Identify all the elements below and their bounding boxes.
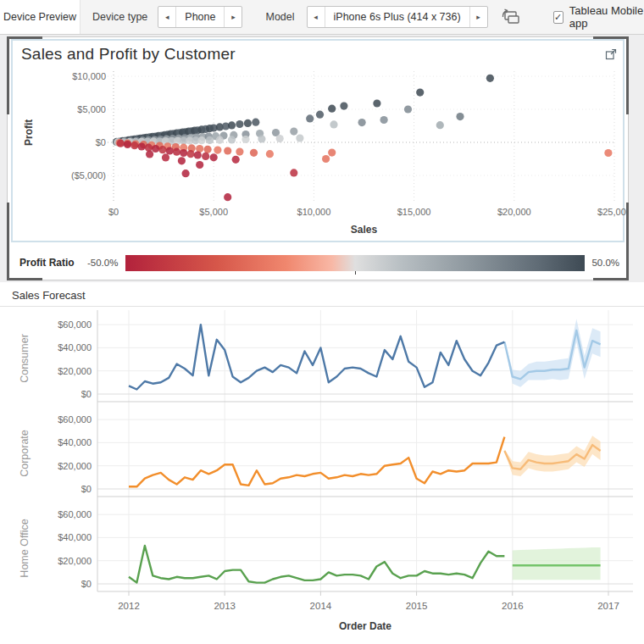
scatter-point[interactable] bbox=[236, 120, 243, 128]
rotate-device-icon[interactable] bbox=[499, 7, 521, 27]
scatter-point[interactable] bbox=[242, 136, 249, 143]
consumer-actual-line[interactable] bbox=[129, 325, 504, 389]
scatter-point[interactable] bbox=[296, 134, 303, 142]
scatter-point[interactable] bbox=[486, 75, 494, 82]
scatter-viz-zone: Sales and Profit by Customer $10,000$5,0… bbox=[11, 39, 625, 242]
scatter-point[interactable] bbox=[436, 121, 444, 129]
legend-max-value: 50.0% bbox=[591, 258, 619, 268]
device-type-prev-button[interactable]: ◂ bbox=[158, 7, 175, 27]
scatter-point[interactable] bbox=[236, 148, 243, 156]
scatter-point[interactable] bbox=[117, 140, 125, 147]
scatter-point[interactable] bbox=[416, 89, 424, 97]
y-axis-tick-label: $0 bbox=[81, 389, 92, 399]
y-axis-tick-label: $60,000 bbox=[58, 414, 92, 425]
device-type-next-button[interactable]: ▸ bbox=[225, 7, 242, 27]
forecast-title: Sales Forecast bbox=[0, 282, 644, 307]
open-external-icon[interactable] bbox=[605, 48, 617, 60]
y-axis-tick-label: $5,000 bbox=[77, 104, 106, 114]
scatter-point[interactable] bbox=[330, 120, 337, 128]
scatter-point[interactable] bbox=[228, 121, 236, 129]
scatter-point[interactable] bbox=[138, 142, 146, 150]
scatter-point[interactable] bbox=[250, 149, 258, 157]
scatter-point[interactable] bbox=[224, 193, 231, 201]
device-type-value[interactable]: Phone bbox=[175, 7, 225, 27]
model-value[interactable]: iPhone 6s Plus (414 x 736) bbox=[325, 7, 470, 27]
year-tick-label: 2012 bbox=[118, 601, 140, 611]
viz-title: Sales and Profit by Customer bbox=[13, 41, 623, 66]
scatter-point[interactable] bbox=[380, 116, 388, 124]
scatter-point[interactable] bbox=[306, 114, 314, 122]
mobile-app-checkbox[interactable]: ✓ bbox=[553, 11, 564, 24]
model-label: Model bbox=[265, 11, 294, 23]
scatter-point[interactable] bbox=[252, 119, 259, 126]
mobile-app-option: ✓ Tableau Mobile app bbox=[553, 4, 644, 30]
scatter-point[interactable] bbox=[186, 150, 194, 158]
gradient-center-tick bbox=[355, 271, 356, 275]
scatter-point[interactable] bbox=[290, 128, 297, 136]
x-axis-title: Sales bbox=[351, 224, 378, 236]
scatter-point[interactable] bbox=[224, 147, 231, 154]
scatter-point[interactable] bbox=[206, 136, 214, 144]
scatter-point[interactable] bbox=[328, 105, 336, 113]
scatter-point[interactable] bbox=[232, 156, 240, 164]
device-type-label: Device type bbox=[92, 11, 147, 23]
scatter-point[interactable] bbox=[162, 153, 169, 161]
scatter-point[interactable] bbox=[202, 153, 209, 160]
legend-title: Profit Ratio bbox=[19, 257, 87, 269]
scatter-point[interactable] bbox=[158, 146, 166, 153]
scatter-point[interactable] bbox=[604, 149, 612, 157]
model-prev-button[interactable]: ◂ bbox=[308, 7, 325, 27]
scatter-point[interactable] bbox=[373, 99, 380, 107]
color-gradient-bar[interactable] bbox=[125, 255, 585, 271]
scatter-point[interactable] bbox=[194, 151, 202, 158]
device-frame: Sales and Profit by Customer $10,000$5,0… bbox=[7, 36, 629, 280]
scatter-point[interactable] bbox=[328, 149, 336, 157]
scatter-point[interactable] bbox=[124, 141, 131, 148]
y-axis-tick-label: $20,000 bbox=[58, 556, 92, 566]
scatter-point[interactable] bbox=[340, 103, 347, 110]
year-tick-label: 2013 bbox=[214, 601, 236, 611]
scatter-point[interactable] bbox=[290, 169, 297, 176]
scatter-point[interactable] bbox=[204, 146, 212, 153]
tab-device-preview[interactable]: Device Preview bbox=[0, 0, 80, 34]
scatter-point[interactable] bbox=[244, 119, 252, 127]
scatter-point[interactable] bbox=[404, 105, 412, 113]
scatter-point[interactable] bbox=[145, 144, 153, 152]
y-axis-tick-label: $20,000 bbox=[58, 366, 92, 376]
row-label: Home Office bbox=[19, 519, 31, 577]
scatter-point[interactable] bbox=[197, 136, 205, 144]
device-preview-region: Sales and Profit by Customer $10,000$5,0… bbox=[0, 35, 644, 282]
x-axis-tick-label: $25,000 bbox=[597, 207, 626, 217]
scatter-point[interactable] bbox=[173, 148, 180, 156]
corporate-actual-line[interactable] bbox=[129, 437, 504, 487]
scatter-point[interactable] bbox=[358, 119, 366, 126]
y-axis-tick-label: $40,000 bbox=[58, 437, 92, 447]
scatter-point[interactable] bbox=[316, 111, 324, 119]
y-axis-tick-label: $40,000 bbox=[58, 532, 92, 542]
year-tick-label: 2014 bbox=[310, 601, 332, 611]
scatter-point[interactable] bbox=[228, 136, 236, 143]
scatter-point[interactable] bbox=[178, 157, 186, 164]
scatter-point[interactable] bbox=[182, 169, 190, 177]
scatter-point[interactable] bbox=[258, 135, 265, 142]
scatter-point[interactable] bbox=[152, 145, 159, 153]
scatter-point[interactable] bbox=[210, 153, 218, 161]
home-office-actual-line[interactable] bbox=[129, 546, 504, 583]
scatter-point[interactable] bbox=[196, 161, 203, 169]
scatter-point[interactable] bbox=[456, 113, 464, 120]
scatter-point[interactable] bbox=[146, 150, 153, 158]
model-next-button[interactable]: ▸ bbox=[470, 7, 487, 27]
scatter-point[interactable] bbox=[266, 150, 274, 158]
year-tick-label: 2017 bbox=[597, 601, 619, 611]
y-axis-tick-label: $10,000 bbox=[72, 71, 106, 81]
scatter-point[interactable] bbox=[130, 142, 138, 149]
y-axis-tick-label: $0 bbox=[81, 484, 92, 494]
x-axis-tick-label: $10,000 bbox=[297, 207, 331, 217]
scatter-point[interactable] bbox=[166, 147, 174, 154]
forecast-charts: $0$20,000$40,000$60,000Consumer$0$20,000… bbox=[0, 307, 644, 642]
scatter-point[interactable] bbox=[276, 135, 284, 142]
scatter-point[interactable] bbox=[214, 147, 221, 154]
scatter-point[interactable] bbox=[180, 149, 187, 157]
scatter-point[interactable] bbox=[322, 155, 330, 163]
scatter-point[interactable] bbox=[216, 136, 224, 144]
